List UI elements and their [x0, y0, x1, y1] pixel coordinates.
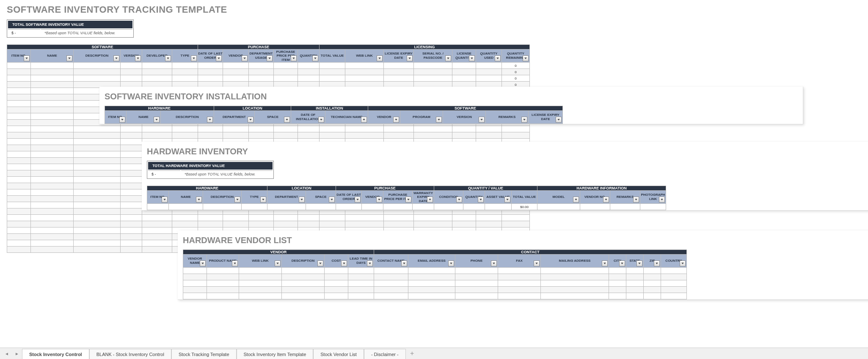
table-cell[interactable] [198, 132, 223, 139]
table-cell[interactable] [239, 268, 282, 274]
table-cell[interactable] [223, 126, 249, 132]
table-cell[interactable] [298, 215, 320, 221]
table-cell[interactable] [502, 215, 530, 221]
table-cell[interactable] [74, 63, 121, 69]
table-cell[interactable] [31, 101, 74, 107]
table-cell[interactable] [31, 120, 74, 126]
table-cell[interactable] [142, 221, 172, 227]
table-cell[interactable] [345, 63, 384, 69]
table-cell[interactable] [142, 126, 172, 132]
table-cell[interactable] [498, 287, 541, 293]
column-header[interactable]: CONTACT NAME [374, 255, 408, 268]
table-cell[interactable] [498, 268, 541, 274]
table-cell[interactable] [142, 227, 172, 234]
column-header[interactable]: QUANTITY USED [476, 49, 502, 63]
filter-icon[interactable] [523, 55, 529, 61]
table-cell[interactable] [223, 215, 249, 221]
table-cell[interactable] [348, 274, 374, 280]
table-cell[interactable] [31, 164, 74, 170]
table-cell[interactable] [31, 177, 74, 183]
column-header[interactable]: SPACE [255, 111, 291, 124]
table-cell[interactable] [434, 204, 463, 210]
table-cell[interactable] [384, 69, 414, 75]
table-cell[interactable] [661, 293, 687, 299]
table-cell[interactable] [282, 274, 325, 280]
table-cell[interactable] [374, 274, 408, 280]
table-cell[interactable] [74, 151, 121, 158]
table-cell[interactable] [541, 293, 609, 299]
table-cell[interactable] [172, 69, 198, 75]
column-header[interactable]: NAME [127, 111, 161, 124]
table-cell[interactable] [345, 132, 384, 139]
table-cell[interactable] [7, 189, 31, 196]
filter-icon[interactable] [299, 197, 305, 203]
table-cell[interactable] [455, 268, 498, 274]
column-header[interactable]: ASSET VALUE [485, 191, 512, 204]
table-cell[interactable] [541, 274, 609, 280]
filter-icon[interactable] [427, 197, 433, 203]
table-cell[interactable] [242, 204, 267, 210]
sheet-tab[interactable]: Stock Inventory Control [22, 349, 89, 359]
table-cell[interactable] [31, 234, 74, 240]
column-header[interactable]: QUANTITY [298, 49, 320, 63]
table-cell[interactable] [74, 75, 121, 82]
table-cell[interactable] [455, 280, 498, 287]
table-cell[interactable] [274, 221, 298, 227]
table-cell[interactable] [325, 280, 348, 287]
table-cell[interactable] [7, 126, 31, 132]
table-cell[interactable] [455, 287, 498, 293]
table-cell[interactable]: 0 [502, 75, 530, 82]
table-cell[interactable] [31, 145, 74, 151]
table-cell[interactable] [384, 132, 414, 139]
table-cell[interactable] [541, 287, 609, 293]
table-cell[interactable] [502, 221, 530, 227]
table-cell[interactable] [183, 274, 207, 280]
table-cell[interactable] [452, 215, 476, 221]
table-cell[interactable] [476, 215, 502, 221]
column-header[interactable]: PHONE [455, 255, 498, 268]
table-cell[interactable] [142, 75, 172, 82]
table-cell[interactable] [298, 63, 320, 69]
table-cell[interactable] [661, 280, 687, 287]
table-cell[interactable] [7, 69, 31, 75]
table-cell[interactable] [121, 139, 142, 145]
column-header[interactable]: NAME [169, 191, 203, 204]
table-cell[interactable] [31, 196, 74, 202]
table-cell[interactable] [7, 63, 31, 69]
table-cell[interactable] [142, 132, 172, 139]
column-header[interactable]: DATE OF LAST ORDER [336, 191, 362, 204]
table-cell[interactable] [452, 132, 476, 139]
table-cell[interactable] [121, 69, 142, 75]
table-cell[interactable] [207, 268, 239, 274]
filter-icon[interactable] [355, 197, 361, 203]
table-cell[interactable] [74, 145, 121, 151]
table-cell[interactable] [31, 132, 74, 139]
table-cell[interactable] [7, 151, 31, 158]
table-cell[interactable] [274, 132, 298, 139]
table-cell[interactable] [644, 274, 661, 280]
table-cell[interactable] [345, 221, 384, 227]
filter-icon[interactable] [248, 117, 254, 123]
table-cell[interactable] [626, 274, 644, 280]
table-cell[interactable] [298, 75, 320, 82]
filter-icon[interactable] [113, 55, 119, 61]
table-cell[interactable] [31, 208, 74, 215]
table-cell[interactable] [298, 69, 320, 75]
filter-icon[interactable] [318, 117, 324, 123]
table-cell[interactable] [74, 227, 121, 234]
table-cell[interactable] [345, 75, 384, 82]
table-cell[interactable] [172, 221, 198, 227]
table-cell[interactable] [31, 113, 74, 120]
table-cell[interactable] [345, 126, 384, 132]
table-cell[interactable] [31, 240, 74, 247]
filter-icon[interactable] [24, 55, 30, 61]
table-cell[interactable] [320, 75, 345, 82]
table-cell[interactable] [414, 221, 452, 227]
table-cell[interactable] [249, 69, 274, 75]
table-cell[interactable] [626, 268, 644, 274]
table-cell[interactable] [320, 215, 345, 221]
table-cell[interactable] [541, 268, 609, 274]
table-cell[interactable] [207, 293, 239, 299]
table-cell[interactable]: $0.00 [512, 204, 537, 210]
table-cell[interactable] [320, 69, 345, 75]
